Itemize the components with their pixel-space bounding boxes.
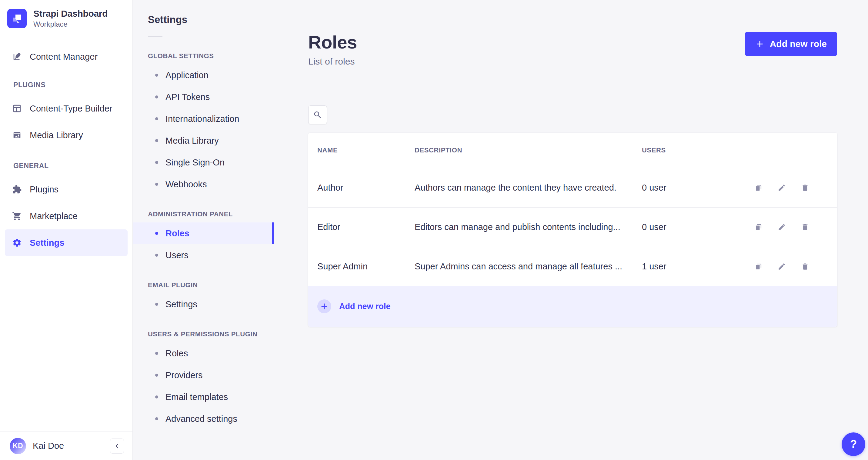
help-button[interactable]: ? bbox=[842, 432, 865, 456]
bullet-icon bbox=[155, 352, 158, 355]
duplicate-button[interactable] bbox=[754, 184, 763, 192]
sidebar-item-marketplace[interactable]: Marketplace bbox=[5, 203, 128, 229]
role-users: 0 user bbox=[642, 183, 754, 193]
subnav-item-email-templates[interactable]: Email templates bbox=[133, 386, 274, 408]
bullet-icon bbox=[155, 95, 158, 98]
role-users: 0 user bbox=[642, 222, 754, 232]
page-subtitle: List of roles bbox=[308, 56, 357, 67]
search-button[interactable] bbox=[308, 105, 327, 124]
role-users: 1 user bbox=[642, 262, 754, 272]
layout-icon bbox=[12, 104, 22, 113]
subnav-title: Settings bbox=[148, 14, 274, 26]
picture-icon bbox=[12, 130, 22, 140]
settings-subnav: Settings GLOBAL SETTINGS Application API… bbox=[133, 0, 274, 460]
sidebar-item-content-manager[interactable]: Content Manager bbox=[5, 46, 128, 68]
bullet-icon bbox=[155, 74, 158, 77]
subnav-item-users[interactable]: Users bbox=[133, 244, 274, 266]
table-header-row: NAME DESCRIPTION USERS bbox=[308, 133, 837, 168]
delete-button[interactable] bbox=[801, 223, 809, 231]
sidebar-item-label: Settings bbox=[30, 238, 64, 248]
user-name: Kai Doe bbox=[33, 441, 110, 451]
role-description: Super Admins can access and manage all f… bbox=[414, 262, 642, 272]
bullet-icon bbox=[155, 395, 158, 398]
role-description: Editors can manage and publish contents … bbox=[414, 222, 642, 232]
page-title: Roles bbox=[308, 32, 357, 53]
sidebar-section-general: GENERAL bbox=[13, 162, 132, 170]
role-name: Author bbox=[317, 183, 414, 193]
column-header-description: DESCRIPTION bbox=[414, 146, 642, 154]
add-new-role-button[interactable]: Add new role bbox=[745, 32, 837, 56]
duplicate-button[interactable] bbox=[754, 263, 763, 271]
bullet-icon bbox=[155, 117, 158, 120]
puzzle-icon bbox=[12, 185, 22, 194]
sidebar-item-plugins[interactable]: Plugins bbox=[5, 176, 128, 203]
subnav-item-email-settings[interactable]: Settings bbox=[133, 293, 274, 315]
sidebar-item-label: Media Library bbox=[30, 130, 83, 140]
subnav-item-single-sign-on[interactable]: Single Sign-On bbox=[133, 152, 274, 173]
sidebar-item-label: Marketplace bbox=[30, 211, 78, 221]
question-mark-icon: ? bbox=[850, 438, 857, 450]
sidebar-item-content-type-builder[interactable]: Content-Type Builder bbox=[5, 95, 128, 122]
sidebar-item-settings[interactable]: Settings bbox=[5, 229, 128, 256]
duplicate-button[interactable] bbox=[754, 223, 763, 231]
brand-subtitle: Workplace bbox=[33, 20, 107, 29]
add-new-role-row-label: Add new role bbox=[339, 302, 391, 311]
subnav-item-media-library[interactable]: Media Library bbox=[133, 130, 274, 152]
chevron-left-icon bbox=[113, 442, 121, 450]
subnav-section-administration-panel: ADMINISTRATION PANEL Roles Users bbox=[133, 210, 274, 266]
main-content: Roles List of roles Add new role NAME DE… bbox=[274, 0, 868, 460]
sidebar-item-media-library[interactable]: Media Library bbox=[5, 122, 128, 149]
subnav-section-global-settings: GLOBAL SETTINGS Application API Tokens I… bbox=[133, 52, 274, 195]
strapi-logo-icon bbox=[7, 9, 27, 28]
delete-button[interactable] bbox=[801, 184, 809, 192]
column-header-users: USERS bbox=[642, 146, 754, 154]
plus-circle-icon bbox=[317, 299, 331, 313]
subnav-item-api-tokens[interactable]: API Tokens bbox=[133, 86, 274, 108]
bullet-icon bbox=[155, 139, 158, 142]
add-new-role-row[interactable]: Add new role bbox=[308, 286, 837, 327]
role-description: Authors can manage the content they have… bbox=[414, 183, 642, 193]
edit-button[interactable] bbox=[778, 184, 786, 192]
edit-button[interactable] bbox=[778, 223, 786, 231]
table-row-author[interactable]: Author Authors can manage the content th… bbox=[308, 168, 837, 207]
sidebar-item-label: Plugins bbox=[30, 185, 59, 194]
bullet-icon bbox=[155, 183, 158, 186]
subnav-item-up-roles[interactable]: Roles bbox=[133, 342, 274, 364]
sidebar-footer: KD Kai Doe bbox=[0, 431, 132, 460]
table-row-super-admin[interactable]: Super Admin Super Admins can access and … bbox=[308, 247, 837, 286]
bullet-icon bbox=[155, 303, 158, 306]
bullet-icon bbox=[155, 232, 158, 235]
roles-table: NAME DESCRIPTION USERS Author Authors ca… bbox=[308, 133, 837, 327]
sidebar-item-label: Content-Type Builder bbox=[30, 104, 112, 114]
sidebar-item-label: Content Manager bbox=[30, 52, 98, 62]
edit-button[interactable] bbox=[778, 263, 786, 271]
subnav-section-email-plugin: EMAIL PLUGIN Settings bbox=[133, 281, 274, 315]
subnav-item-providers[interactable]: Providers bbox=[133, 364, 274, 386]
subnav-divider bbox=[148, 36, 162, 37]
bullet-icon bbox=[155, 254, 158, 257]
gear-icon bbox=[12, 238, 22, 248]
sidebar-section-plugins: PLUGINS bbox=[13, 81, 132, 89]
role-name: Editor bbox=[317, 222, 414, 232]
table-row-editor[interactable]: Editor Editors can manage and publish co… bbox=[308, 207, 837, 247]
subnav-item-advanced-settings[interactable]: Advanced settings bbox=[133, 408, 274, 430]
collapse-sidebar-button[interactable] bbox=[110, 438, 124, 454]
bullet-icon bbox=[155, 417, 158, 420]
page-header: Roles List of roles Add new role bbox=[308, 32, 837, 67]
subnav-item-webhooks[interactable]: Webhooks bbox=[133, 173, 274, 195]
avatar[interactable]: KD bbox=[10, 438, 26, 454]
subnav-item-roles[interactable]: Roles bbox=[133, 222, 274, 244]
search-icon bbox=[313, 110, 322, 119]
bullet-icon bbox=[155, 161, 158, 164]
subnav-section-users-permissions: USERS & PERMISSIONS PLUGIN Roles Provide… bbox=[133, 330, 274, 430]
subnav-item-internationalization[interactable]: Internationalization bbox=[133, 108, 274, 130]
delete-button[interactable] bbox=[801, 263, 809, 271]
cart-icon bbox=[12, 211, 22, 221]
subnav-item-application[interactable]: Application bbox=[133, 64, 274, 86]
feather-pen-icon bbox=[12, 52, 22, 62]
sidebar-nav: Content Manager PLUGINS Content-Type Bui… bbox=[0, 46, 132, 431]
table-body: Author Authors can manage the content th… bbox=[308, 168, 837, 286]
brand: Strapi Dashboard Workplace bbox=[0, 0, 132, 37]
column-header-name: NAME bbox=[317, 146, 414, 154]
brand-title: Strapi Dashboard bbox=[33, 8, 107, 19]
